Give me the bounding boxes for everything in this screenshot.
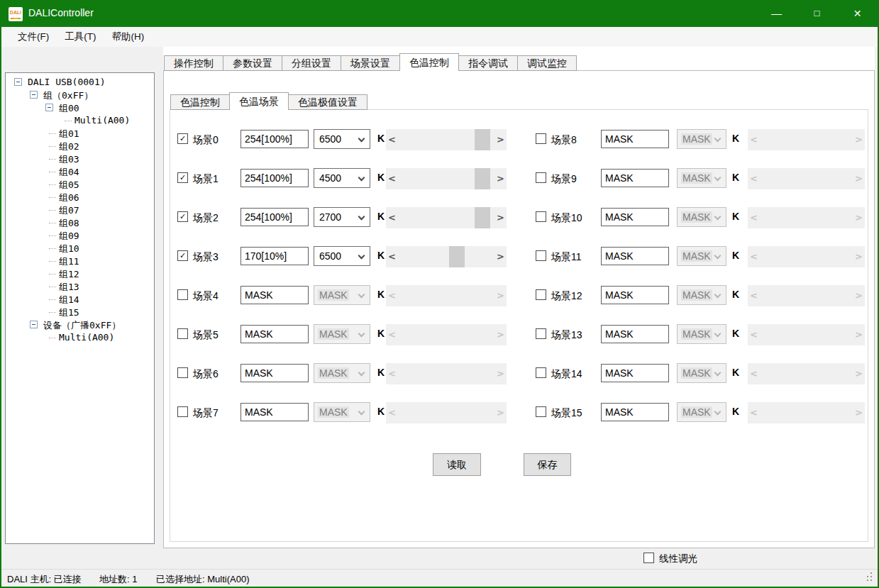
scene-checkbox[interactable]: ✓ [177,250,188,261]
tree-item[interactable]: DALI USB(0001) [6,76,154,89]
scene-brightness-scrollbar[interactable]: <> [386,246,507,267]
scene-cct-select[interactable]: MASK [314,285,370,305]
scroll-right-icon[interactable]: > [853,363,865,384]
main-tab-6[interactable]: 调试监控 [517,55,577,71]
scroll-left-icon[interactable]: < [748,363,760,384]
tree-item[interactable]: 组06 [6,191,154,204]
scene-checkbox[interactable] [536,328,546,339]
scroll-left-icon[interactable]: < [386,168,398,189]
scene-brightness-scrollbar[interactable]: <> [748,129,865,150]
scroll-left-icon[interactable]: < [386,285,398,306]
tree-item[interactable]: 组08 [6,216,154,229]
scroll-right-icon[interactable]: > [494,324,507,345]
scene-brightness-scrollbar[interactable]: <> [386,402,507,423]
sub-tab-0[interactable]: 色温控制 [170,94,230,110]
scroll-right-icon[interactable]: > [494,285,507,306]
scene-cct-select[interactable]: MASK [677,246,726,266]
tree-expander-icon[interactable] [30,91,38,99]
scene-checkbox[interactable] [536,250,546,261]
scroll-left-icon[interactable]: < [748,168,760,189]
scene-level-input[interactable] [601,364,669,382]
scene-checkbox[interactable]: ✓ [177,172,188,183]
scene-level-input[interactable] [601,169,669,187]
scene-level-input[interactable] [241,286,309,304]
scene-brightness-scrollbar[interactable]: <> [386,324,507,345]
scene-cct-select[interactable]: 4500 [314,168,370,188]
scene-checkbox[interactable] [536,406,546,417]
scroll-right-icon[interactable]: > [853,129,865,150]
scene-brightness-scrollbar[interactable]: <> [386,207,507,228]
scene-brightness-scrollbar[interactable]: <> [386,129,507,150]
scene-checkbox[interactable]: ✓ [177,211,188,222]
minimize-button[interactable]: — [756,1,797,27]
save-button[interactable]: 保存 [524,453,571,476]
scroll-right-icon[interactable]: > [494,402,507,423]
scroll-right-icon[interactable]: > [853,246,865,267]
scene-brightness-scrollbar[interactable]: <> [748,246,865,267]
tree-item[interactable]: 组09 [6,229,154,242]
scrollbar-thumb[interactable] [475,168,490,189]
scene-level-input[interactable] [601,403,669,421]
scene-brightness-scrollbar[interactable]: <> [748,285,865,306]
main-tab-3[interactable]: 场景设置 [341,55,400,71]
scroll-left-icon[interactable]: < [386,324,398,345]
scene-checkbox[interactable] [536,172,546,183]
scene-cct-select[interactable]: 6500 [314,246,370,266]
main-tab-5[interactable]: 指令调试 [458,55,518,71]
tree-item[interactable]: 组14 [6,293,154,306]
scene-brightness-scrollbar[interactable]: <> [748,324,865,345]
scroll-left-icon[interactable]: < [386,207,398,228]
linear-dimming-checkbox[interactable] [643,553,654,563]
scene-checkbox[interactable] [536,211,546,222]
scroll-right-icon[interactable]: > [494,129,507,150]
scrollbar-thumb[interactable] [449,246,465,267]
tree-item[interactable]: 组11 [6,255,154,267]
scene-cct-select[interactable]: MASK [677,285,726,305]
scene-cct-select[interactable]: MASK [314,402,370,422]
scene-cct-select[interactable]: MASK [677,363,726,383]
scene-level-input[interactable] [241,364,309,382]
scene-checkbox[interactable] [177,406,188,417]
tree-expander-icon[interactable] [45,104,53,111]
tree-item[interactable]: 组（0xFF） [6,89,154,101]
tree-item[interactable]: 组00 [6,101,154,114]
scroll-left-icon[interactable]: < [748,285,760,306]
scroll-left-icon[interactable]: < [386,363,398,384]
scroll-right-icon[interactable]: > [494,207,507,228]
main-tab-2[interactable]: 分组设置 [282,55,341,71]
scroll-left-icon[interactable]: < [386,129,398,150]
scroll-right-icon[interactable]: > [494,168,507,189]
scene-brightness-scrollbar[interactable]: <> [748,402,865,423]
scroll-left-icon[interactable]: < [748,129,760,150]
tree-item[interactable]: Multi(A00) [6,114,154,127]
read-button[interactable]: 读取 [433,453,481,476]
scene-cct-select[interactable]: 2700 [314,207,370,227]
menu-item-2[interactable]: 帮助(H) [104,27,153,47]
tree-expander-icon[interactable] [30,321,38,328]
scene-brightness-scrollbar[interactable]: <> [748,207,865,228]
scene-brightness-scrollbar[interactable]: <> [386,285,507,306]
scene-level-input[interactable] [601,325,669,343]
tree-item[interactable]: 设备（广播0xFF） [6,318,154,331]
scene-brightness-scrollbar[interactable]: <> [748,363,865,384]
sub-tab-2[interactable]: 色温极值设置 [288,94,367,110]
scene-brightness-scrollbar[interactable]: <> [748,168,865,189]
tree-item[interactable]: Multi(A00) [6,331,154,344]
scene-checkbox[interactable] [177,328,188,339]
scene-level-input[interactable] [241,247,309,265]
scroll-right-icon[interactable]: > [494,246,507,267]
maximize-button[interactable]: □ [797,1,837,27]
close-button[interactable]: ✕ [837,1,878,27]
scroll-right-icon[interactable]: > [853,168,865,189]
scene-cct-select[interactable]: MASK [677,207,726,227]
scroll-left-icon[interactable]: < [748,324,760,345]
main-tab-0[interactable]: 操作控制 [164,55,223,71]
scroll-right-icon[interactable]: > [853,207,865,228]
scene-level-input[interactable] [241,325,309,343]
scene-checkbox[interactable] [536,289,546,300]
scene-checkbox[interactable]: ✓ [177,133,188,144]
main-tab-1[interactable]: 参数设置 [223,55,282,71]
scene-checkbox[interactable] [177,367,188,378]
tree-item[interactable]: 组04 [6,165,154,178]
sub-tab-1[interactable]: 色温场景 [229,92,289,110]
